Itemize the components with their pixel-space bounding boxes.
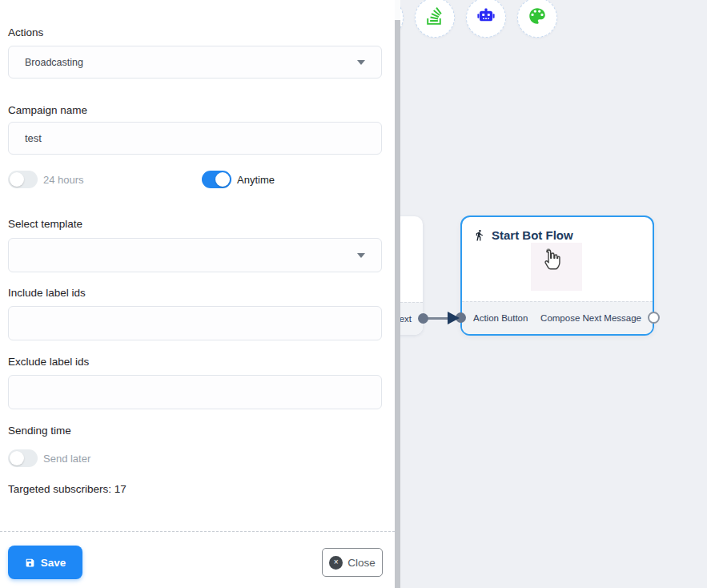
- select-template-label: Select template: [8, 218, 82, 230]
- toggle-anytime[interactable]: [202, 171, 231, 188]
- node-output-label: Compose Next Message: [540, 313, 641, 323]
- broadcast-form-panel: Actions Broadcasting Campaign name 24 ho…: [0, 0, 395, 588]
- panel-scrollbar-thumb[interactable]: [395, 20, 400, 588]
- panel-scrollbar[interactable]: [395, 0, 400, 588]
- palette-icon: [527, 6, 548, 30]
- actions-label: Actions: [8, 26, 43, 38]
- app-window: Next Start Bot Flow Action Button Compos…: [0, 0, 707, 588]
- close-button-label: Close: [347, 557, 376, 569]
- toggle-send-later-label: Send later: [43, 453, 90, 465]
- chevron-down-icon: [357, 60, 365, 65]
- walking-person-icon: [473, 229, 485, 241]
- toggle-knob: [10, 451, 24, 465]
- node-input-label: Action Button: [473, 313, 528, 323]
- toolbar-button-palette[interactable]: [517, 0, 557, 38]
- close-button[interactable]: × Close: [322, 548, 383, 577]
- partial-node-output-port[interactable]: [418, 313, 428, 324]
- targeted-subscribers-text: Targeted subscribers: 17: [8, 483, 127, 495]
- chevron-down-icon: [357, 253, 365, 258]
- toolbar-button-robot[interactable]: [466, 0, 506, 38]
- flow-edge: [427, 317, 449, 320]
- actions-select-value: Broadcasting: [25, 57, 83, 68]
- campaign-name-label: Campaign name: [8, 104, 87, 116]
- toggle-knob: [10, 172, 24, 187]
- save-button-label: Save: [41, 557, 66, 569]
- robot-icon: [476, 6, 496, 30]
- campaign-name-input[interactable]: [8, 122, 382, 155]
- node-header: Start Bot Flow: [462, 217, 653, 242]
- toggle-anytime-label: Anytime: [237, 174, 275, 186]
- sending-time-label: Sending time: [8, 425, 71, 437]
- toggle-send-later[interactable]: [8, 449, 38, 467]
- toggle-knob: [215, 172, 230, 187]
- save-icon: [25, 558, 35, 568]
- flow-edge-arrowhead: [448, 312, 460, 324]
- toggle-24-hours-label: 24 hours: [43, 174, 84, 186]
- exclude-label-ids-input[interactable]: [8, 375, 382, 409]
- node-title: Start Bot Flow: [492, 228, 573, 242]
- include-label-ids-label: Include label ids: [8, 287, 86, 299]
- footer-divider: [0, 531, 395, 532]
- actions-select[interactable]: Broadcasting: [8, 46, 382, 79]
- stack-icon: [424, 6, 445, 30]
- save-button[interactable]: Save: [8, 546, 82, 579]
- node-footer: Action Button Compose Next Message: [462, 301, 653, 334]
- close-circle-icon: ×: [329, 556, 343, 570]
- toggle-24-hours[interactable]: [8, 171, 38, 188]
- template-select[interactable]: [8, 238, 382, 272]
- exclude-label-ids-label: Exclude label ids: [8, 356, 89, 368]
- node-output-port[interactable]: [648, 312, 660, 324]
- include-label-ids-input[interactable]: [8, 306, 382, 340]
- hand-cursor-icon: [535, 244, 568, 282]
- toolbar-button-stack[interactable]: [415, 0, 455, 38]
